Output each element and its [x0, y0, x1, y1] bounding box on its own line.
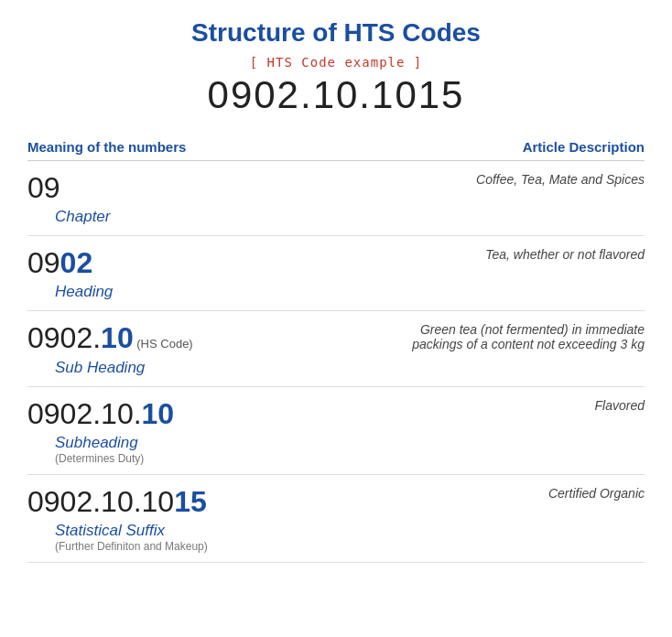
hs-tag: (HS Code): [134, 337, 193, 351]
row-label: Chapter: [55, 208, 467, 226]
code-prefix: 09: [27, 171, 60, 204]
code-highlight: 15: [174, 485, 207, 518]
code-display: 0902.10.1015: [27, 486, 539, 518]
code-highlight: 10: [101, 321, 134, 354]
row-description: Certified Organic: [539, 486, 645, 501]
table-header: Meaning of the numbers Article Descripti…: [27, 134, 645, 161]
code-display: 0902.10.10: [27, 398, 586, 430]
code-label: [ HTS Code example ]: [27, 55, 645, 70]
row-label: Subheading: [55, 434, 586, 452]
row-left: 0902Heading: [27, 247, 476, 301]
row-left: 09Chapter: [27, 172, 467, 226]
code-prefix: 09: [27, 246, 60, 279]
table-row: 0902.10.10Subheading(Determines Duty)Fla…: [27, 387, 645, 475]
row-label: Sub Heading: [55, 359, 388, 377]
code-display: 0902.10 (HS Code): [27, 322, 388, 354]
row-sub-label: (Determines Duty): [55, 452, 586, 465]
table-row: 0902.10.1015Statistical Suffix(Further D…: [27, 475, 645, 563]
code-prefix: 0902.10.: [27, 397, 142, 430]
code-highlight: 02: [60, 246, 93, 279]
row-label: Statistical Suffix: [55, 522, 539, 540]
row-label: Heading: [55, 283, 476, 301]
header-right: Article Description: [523, 139, 645, 155]
code-highlight: 10: [142, 397, 175, 430]
code-prefix: 0902.: [27, 321, 101, 354]
row-description: Coffee, Tea, Mate and Spices: [467, 172, 645, 187]
code-prefix: 0902.10.10: [27, 485, 174, 518]
row-left: 0902.10.10Subheading(Determines Duty): [27, 398, 586, 465]
code-display: 0902: [27, 247, 476, 279]
row-left: 0902.10.1015Statistical Suffix(Further D…: [27, 486, 539, 553]
code-display: 09: [27, 172, 467, 204]
table-row: 0902.10 (HS Code)Sub HeadingGreen tea (n…: [27, 311, 645, 386]
page-title: Structure of HTS Codes: [27, 18, 645, 48]
row-description: Flavored: [586, 398, 645, 413]
table-row: 0902HeadingTea, whether or not flavored: [27, 236, 645, 311]
row-description: Tea, whether or not flavored: [476, 247, 645, 262]
row-sub-label: (Further Definiton and Makeup): [55, 540, 539, 553]
row-left: 0902.10 (HS Code)Sub Heading: [27, 322, 388, 376]
hts-code-example: 0902.10.1015: [27, 73, 645, 117]
rows-container: 09ChapterCoffee, Tea, Mate and Spices090…: [27, 161, 645, 563]
row-description: Green tea (not fermented) in immediate p…: [388, 322, 645, 351]
header-left: Meaning of the numbers: [27, 139, 186, 155]
table-row: 09ChapterCoffee, Tea, Mate and Spices: [27, 161, 645, 236]
